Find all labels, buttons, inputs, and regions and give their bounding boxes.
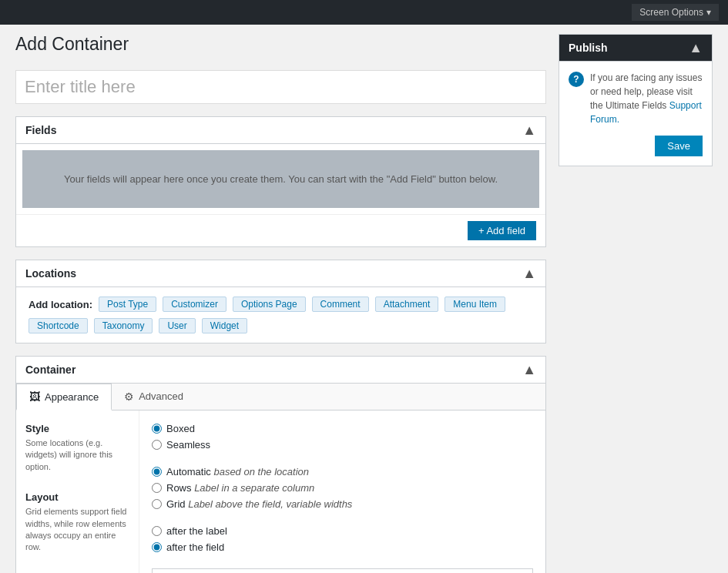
help-icon: ? (569, 72, 584, 87)
layout-desc: Grid elements support field widths, whil… (25, 506, 129, 554)
location-tag-taxonomy[interactable]: Taxonomy (94, 318, 153, 333)
save-button[interactable]: Save (655, 136, 703, 156)
publish-panel: Publish ▲ ? If you are facing any issues… (559, 34, 713, 179)
publish-panel-title: Publish (569, 42, 608, 54)
style-label: Style (25, 423, 129, 434)
locations-panel: Locations ▲ Add location: Post Type Cust… (15, 260, 546, 343)
publish-actions: Save (569, 136, 703, 156)
title-input[interactable] (15, 70, 546, 104)
style-seamless-label: Seamless (166, 439, 210, 451)
publish-panel-header: Publish ▲ (559, 35, 712, 62)
layout-automatic-radio[interactable] (152, 467, 162, 477)
location-tag-attachment[interactable]: Attachment (375, 297, 439, 312)
tab-appearance[interactable]: 🖼 Appearance (16, 384, 112, 410)
location-tag-user[interactable]: User (159, 318, 195, 333)
layout-automatic-option[interactable]: Automatic based on the location (152, 466, 533, 478)
publish-panel-toggle[interactable]: ▲ (689, 41, 703, 55)
content-area: Add Container Fields ▲ Your fields will … (15, 34, 546, 573)
layout-grid-radio[interactable] (152, 499, 162, 509)
add-location-row: Add location: Post Type Customizer Optio… (29, 297, 533, 333)
layout-sidebar-section: Layout Grid elements support field width… (25, 491, 129, 554)
publish-content: ? If you are facing any issues or need h… (559, 62, 712, 166)
location-tag-options-page[interactable]: Options Page (233, 297, 306, 312)
fields-panel-title: Fields (25, 124, 56, 136)
style-boxed-radio[interactable] (152, 424, 162, 434)
style-radio-group: Boxed Seamless (152, 423, 533, 451)
advanced-tab-icon: ⚙ (124, 390, 134, 403)
container-main: Boxed Seamless Automatic based on the lo… (139, 410, 545, 573)
publish-help: ? If you are facing any issues or need h… (569, 71, 703, 126)
layout-rows-option[interactable]: Rows Label in a separate column (152, 482, 533, 494)
location-tag-comment[interactable]: Comment (312, 297, 369, 312)
layout-automatic-label: Automatic based on the location (166, 466, 309, 478)
publish-help-text: If you are facing any issues or need hel… (590, 71, 703, 126)
add-field-label: + Add field (478, 225, 525, 236)
location-tag-menu-item[interactable]: Menu Item (445, 297, 505, 312)
add-field-bar: + Add field (16, 214, 545, 246)
fields-panel: Fields ▲ Your fields will appear here on… (15, 116, 546, 247)
container-panel-header: Container ▲ (16, 357, 545, 384)
container-panel-title: Container (25, 364, 75, 376)
display-field-desc-radio-group: after the label after the field (152, 525, 533, 553)
tab-advanced[interactable]: ⚙ Advanced (112, 384, 196, 410)
screen-options-label: Screen Options (639, 7, 703, 18)
fields-placeholder: Your fields will appear here once you cr… (22, 150, 539, 208)
fields-panel-header: Fields ▲ (16, 117, 545, 144)
screen-options-button[interactable]: Screen Options ▾ (632, 4, 719, 21)
appearance-tab-icon: 🖼 (29, 390, 40, 403)
style-desc: Some locations (e.g. widgets) will ignor… (25, 437, 129, 473)
screen-options-arrow: ▾ (706, 7, 711, 18)
style-boxed-label: Boxed (166, 423, 195, 434)
locations-panel-title: Locations (25, 267, 76, 280)
add-field-button[interactable]: + Add field (468, 221, 536, 240)
page-title: Add Container (15, 34, 546, 61)
publish-panel-box: Publish ▲ ? If you are facing any issues… (559, 34, 713, 166)
display-after-field-text: after the field (166, 541, 224, 553)
fields-panel-toggle[interactable]: ▲ (522, 123, 536, 137)
advanced-tab-label: Advanced (139, 390, 183, 402)
top-bar: Screen Options ▾ (0, 0, 728, 25)
layout-rows-label: Rows Label in a separate column (166, 482, 314, 494)
locations-panel-header: Locations ▲ (16, 260, 545, 287)
layout-grid-label: Grid Label above the field, variable wid… (166, 498, 352, 510)
locations-panel-toggle[interactable]: ▲ (522, 266, 536, 280)
display-after-field-option[interactable]: after the field (152, 541, 533, 553)
container-tabs: 🖼 Appearance ⚙ Advanced (16, 384, 545, 410)
container-sidebar: Style Some locations (e.g. widgets) will… (16, 410, 139, 573)
style-sidebar-section: Style Some locations (e.g. widgets) will… (25, 423, 129, 473)
layout-label: Layout (25, 491, 129, 503)
appearance-tab-label: Appearance (45, 391, 99, 403)
style-seamless-option[interactable]: Seamless (152, 439, 533, 451)
display-after-label-option[interactable]: after the label (152, 525, 533, 537)
location-tag-widget[interactable]: Widget (202, 318, 247, 333)
display-after-label-text: after the label (166, 525, 227, 537)
location-tag-post-type[interactable]: Post Type (99, 297, 156, 312)
locations-content: Add location: Post Type Customizer Optio… (16, 287, 545, 343)
description-textarea[interactable] (152, 568, 533, 573)
location-tag-customizer[interactable]: Customizer (163, 297, 226, 312)
location-tag-shortcode[interactable]: Shortcode (29, 318, 88, 333)
container-panel: Container ▲ 🖼 Appearance ⚙ Advanced Styl… (15, 356, 546, 573)
layout-radio-group: Automatic based on the location Rows Lab… (152, 466, 533, 510)
container-panel-toggle[interactable]: ▲ (522, 363, 536, 377)
container-body: Style Some locations (e.g. widgets) will… (16, 410, 545, 573)
style-boxed-option[interactable]: Boxed (152, 423, 533, 434)
style-seamless-radio[interactable] (152, 440, 162, 450)
display-after-label-radio[interactable] (152, 526, 162, 536)
layout-grid-option[interactable]: Grid Label above the field, variable wid… (152, 498, 533, 510)
display-after-field-radio[interactable] (152, 542, 162, 552)
layout-rows-radio[interactable] (152, 483, 162, 493)
add-location-label: Add location: (29, 299, 92, 310)
